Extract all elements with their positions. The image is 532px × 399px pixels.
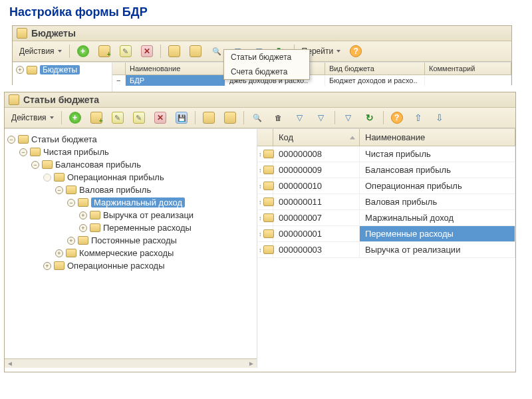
collapse-icon[interactable]: − bbox=[55, 186, 63, 194]
tree-item[interactable]: + Бюджеты bbox=[15, 65, 110, 75]
move2-button[interactable] bbox=[186, 43, 205, 59]
delete-button[interactable] bbox=[137, 43, 157, 59]
tree-item[interactable]: +Выручка от реализаци bbox=[7, 209, 254, 221]
help-button[interactable] bbox=[387, 110, 407, 126]
table-row[interactable]: ↕000000011Валовая прибыль bbox=[257, 194, 515, 210]
th-icon bbox=[257, 129, 273, 146]
expand-icon[interactable]: + bbox=[79, 224, 87, 232]
tree-item[interactable]: −Статьи бюджета bbox=[7, 133, 254, 146]
folder-icon bbox=[30, 148, 41, 156]
search-button[interactable] bbox=[247, 110, 267, 126]
arrow-down-icon bbox=[434, 112, 446, 124]
cell-name: Балансовая прибыль bbox=[360, 162, 515, 178]
copy-button[interactable] bbox=[108, 110, 128, 126]
pencil-icon bbox=[120, 45, 132, 57]
table-body: ↕000000008Чистая прибыль↕000000009Баланс… bbox=[257, 146, 515, 258]
page-title: Настройка формы БДР bbox=[0, 0, 532, 22]
th-comment[interactable]: Комментарий bbox=[425, 63, 511, 74]
th-kind[interactable]: Вид бюджета bbox=[325, 63, 425, 74]
collapse-icon[interactable]: − bbox=[19, 148, 27, 156]
leaf-icon[interactable] bbox=[43, 174, 51, 182]
tree: −Статьи бюджета−Чистая прибыль−Балансова… bbox=[5, 129, 257, 276]
folder-icon bbox=[54, 261, 65, 270]
clear-icon bbox=[273, 112, 285, 124]
tree-item[interactable]: +Коммерческие расходы bbox=[7, 247, 254, 259]
filter3-button[interactable] bbox=[338, 110, 358, 126]
edit-button[interactable] bbox=[129, 110, 149, 126]
refresh-button[interactable] bbox=[360, 110, 380, 126]
actions-button[interactable]: Действия bbox=[15, 45, 66, 58]
arrow-icon: ↕ bbox=[259, 247, 262, 253]
copy-icon bbox=[112, 112, 124, 124]
filter-icon bbox=[342, 112, 354, 124]
table-row[interactable]: ↕000000009Балансовая прибыль bbox=[257, 162, 515, 178]
row-icon-cell: ↕ bbox=[257, 194, 273, 209]
scrollbar-horizontal[interactable]: ◄► bbox=[5, 358, 257, 368]
add-folder-button[interactable] bbox=[86, 110, 106, 126]
table-header: Наименование головок Вид бюджета Коммент… bbox=[112, 63, 511, 75]
expand-icon[interactable]: + bbox=[16, 66, 24, 74]
tree-item[interactable]: −Балансовая прибыль bbox=[7, 158, 254, 171]
tree-item[interactable]: +Операционные расходы bbox=[7, 259, 254, 272]
row-icon-cell: ↕ bbox=[257, 210, 273, 225]
app-icon bbox=[17, 28, 27, 39]
move-button[interactable] bbox=[199, 110, 219, 126]
tree-item-label: Бюджеты bbox=[40, 65, 80, 74]
add-folder-button[interactable] bbox=[94, 43, 114, 59]
add-button[interactable]: + bbox=[73, 43, 93, 59]
move-button[interactable] bbox=[164, 43, 184, 59]
tree-item[interactable]: −Чистая прибыль bbox=[7, 146, 254, 158]
tree-item[interactable]: −Валовая прибыль bbox=[7, 184, 254, 196]
table-row[interactable]: ↕000000010Операционная прибыль bbox=[257, 178, 515, 194]
th-name[interactable]: Наименование bbox=[360, 129, 515, 146]
folder-icon bbox=[263, 166, 274, 174]
arrow-icon: ↕ bbox=[259, 215, 262, 221]
tree-item[interactable]: +Переменные расходы bbox=[7, 221, 254, 234]
help-button[interactable] bbox=[346, 43, 366, 59]
menu-item-accounts[interactable]: Счета бюджета bbox=[224, 65, 309, 79]
th-name[interactable]: Наименование bbox=[126, 63, 225, 74]
th-code[interactable]: Код bbox=[273, 129, 360, 146]
folder-icon bbox=[18, 135, 29, 144]
table-row[interactable]: ↕000000001Переменные расходы bbox=[257, 226, 515, 242]
table-row[interactable]: ↕000000003Выручка от реализации bbox=[257, 242, 515, 258]
filter-button[interactable] bbox=[290, 110, 310, 126]
tree-item[interactable]: Операционная прибыль bbox=[7, 171, 254, 184]
save-button[interactable] bbox=[172, 110, 192, 126]
table-row[interactable]: ↕000000008Чистая прибыль bbox=[257, 146, 515, 162]
edit-button[interactable] bbox=[116, 43, 136, 59]
tree-item-label: Выручка от реализаци bbox=[103, 210, 194, 220]
move-down-button[interactable] bbox=[430, 110, 450, 126]
folder-icon bbox=[263, 229, 274, 238]
arrow-icon: ↕ bbox=[259, 199, 262, 205]
tree-item-label: Чистая прибыль bbox=[43, 147, 109, 157]
table-row[interactable]: ↕000000007Маржинальный доход bbox=[257, 210, 515, 226]
expand-icon[interactable]: + bbox=[55, 249, 63, 257]
collapse-icon[interactable]: − bbox=[67, 199, 75, 207]
folder-icon bbox=[203, 112, 215, 124]
folder-icon bbox=[224, 112, 236, 124]
collapse-icon[interactable]: − bbox=[7, 136, 15, 144]
menu-item-articles[interactable]: Статьи бюджета bbox=[224, 50, 309, 65]
add-button[interactable]: + bbox=[65, 110, 85, 126]
row-icon-cell: ↕ bbox=[257, 146, 273, 162]
delete-button[interactable] bbox=[150, 110, 170, 126]
tree-item[interactable]: +Постоянные расходы bbox=[7, 234, 254, 247]
expand-icon[interactable]: + bbox=[67, 237, 75, 245]
window-title: Бюджеты bbox=[31, 28, 76, 39]
move-up-button[interactable] bbox=[408, 110, 428, 126]
expand-icon[interactable]: + bbox=[43, 262, 51, 270]
table-row[interactable]: − БДР джеь доходов и расхо.. Бюджет дохо… bbox=[112, 75, 511, 86]
filter2-button[interactable] bbox=[311, 110, 331, 126]
clear-button[interactable] bbox=[269, 110, 289, 126]
tree-item[interactable]: −Маржинальный доход bbox=[7, 196, 254, 209]
collapse-icon[interactable]: − bbox=[31, 161, 39, 169]
expand-icon[interactable]: + bbox=[79, 211, 87, 219]
tree-item-label: Постоянные расходы bbox=[91, 235, 177, 245]
folder-icon bbox=[263, 150, 274, 158]
refresh-icon bbox=[364, 112, 376, 124]
move2-button[interactable] bbox=[220, 110, 240, 126]
actions-button[interactable]: Действия bbox=[7, 111, 58, 124]
th-icon bbox=[112, 63, 126, 74]
folder-icon bbox=[90, 223, 100, 232]
